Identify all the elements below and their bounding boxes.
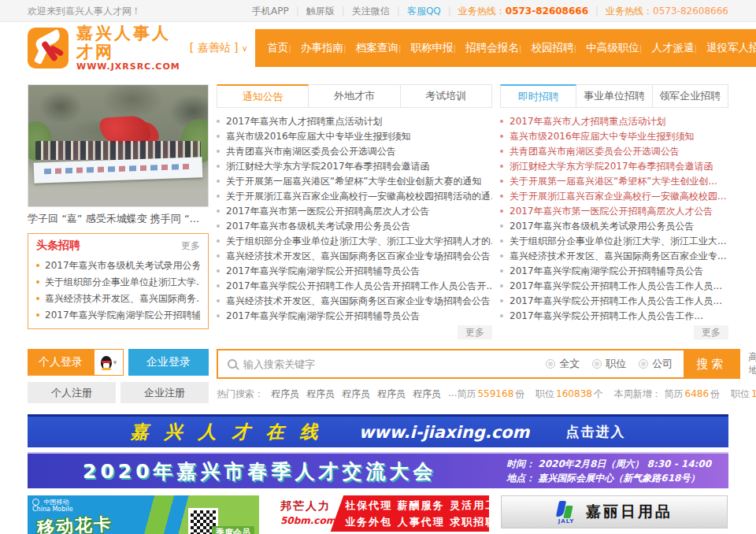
hot-term-link[interactable]: 程序员 (271, 388, 299, 401)
photo-caption[interactable]: 学子回 “嘉” 感受禾城蝶变 携手同 “... (28, 212, 209, 226)
job-fair-banner[interactable]: 2020年嘉兴市春季人才交流大会 时间： 2020年2月8日（周六） 8:30 … (28, 452, 728, 488)
tab-leading-recruit[interactable]: 领军企业招聘 (652, 84, 728, 108)
notice-more-link[interactable]: 更多 (458, 325, 492, 339)
nav-item[interactable]: 人才派遣 (639, 41, 695, 55)
recruit-item[interactable]: 关于开展第一届嘉兴港区“希望杯”大学生创业创... (500, 174, 728, 189)
nav-item[interactable]: 办事指南 (288, 41, 343, 55)
recruit-item[interactable]: 嘉兴经济技术开发区、嘉兴国际商务区百家企业专... (500, 249, 728, 264)
qq-login-button[interactable]: ▾ (94, 349, 124, 376)
tab-institution-recruit[interactable]: 事业单位招聘 (576, 84, 652, 108)
notice-item[interactable]: 2017年嘉兴学院南湖学院公开招聘辅导员公告 (217, 309, 492, 324)
recruit-item[interactable]: 2017年嘉兴市第一医院公开招聘高层次人才公告 (500, 204, 728, 219)
personal-register-button[interactable]: 个人注册 (28, 382, 116, 403)
nav-item[interactable]: 校园招聘 (519, 41, 574, 55)
bullet-icon (217, 165, 220, 168)
recruit-item[interactable]: 2017年嘉兴市各级机关考试录用公务员公告 (500, 219, 728, 234)
search-button[interactable]: 搜索 (684, 350, 739, 377)
recruit-item[interactable]: 2017年嘉兴学院公开招聘工作人员公告工作... (500, 309, 728, 324)
nav-item-label: 首页 (267, 41, 288, 55)
tab-other-city[interactable]: 外地才市 (308, 84, 400, 108)
site-logo[interactable] (28, 28, 69, 69)
china-mobile-ad[interactable]: 中国移动 China Mobile 移动花卡 季度会员 (28, 495, 259, 534)
recruit-item[interactable]: 2017年嘉兴学院南湖学院公开招聘辅导员公告 (500, 264, 728, 279)
notice-item[interactable]: 嘉兴经济技术开发区、嘉兴国际商务区百家企业专场招聘会公告 (217, 294, 492, 309)
headline-item[interactable]: 2017年嘉兴学院南湖学院公开招聘辅... (36, 307, 200, 324)
recruit-item[interactable]: 2017年嘉兴市人才招聘重点活动计划 (500, 114, 728, 129)
option-position[interactable]: 职位 (592, 357, 626, 371)
notice-item[interactable]: 2017年嘉兴市第一医院公开招聘高层次人才公告 (217, 204, 492, 219)
nav-item[interactable]: 退役军人招聘 (694, 41, 756, 55)
headline-item-label: 关于组织部分企事业单位赴浙江大学... (45, 276, 200, 287)
recruit-item[interactable]: 2017年嘉兴学院公开招聘工作人员公告工作人员... (500, 294, 728, 309)
notice-item[interactable]: 共青团嘉兴市南湖区委员会公开选调公告 (217, 144, 492, 159)
search-input[interactable] (243, 358, 535, 370)
link-wechat[interactable]: 关注微信 (352, 5, 390, 18)
nav-item[interactable]: 职称申报 (398, 41, 454, 55)
notice-item[interactable]: 2017年嘉兴学院南湖学院公开招聘辅导员公告 (217, 264, 492, 279)
stat-unit: 个 (594, 388, 603, 399)
notice-item-label: 浙江财经大学东方学院2017年春季招聘会邀请函 (226, 161, 430, 172)
headline-item[interactable]: 嘉兴经济技术开发区、嘉兴国际商务... (36, 291, 200, 307)
hot-term-label: 程序员 (413, 388, 441, 399)
link-touch-version[interactable]: 触屏版 (306, 5, 335, 18)
nav-item[interactable]: 招聘会报名 (454, 41, 519, 55)
recruit-item[interactable]: 共青团嘉兴市南湖区委员会公开选调公告 (500, 144, 728, 159)
link-qq-service[interactable]: 客服QQ (407, 5, 441, 18)
bangmang-name: 邦芒人力 (280, 499, 335, 514)
hot-term-link[interactable]: 程序员 (413, 388, 441, 401)
recruit-more-link[interactable]: 更多 (694, 325, 728, 339)
notice-item[interactable]: 关于开展浙江嘉兴百家企业高校行—安徽高校校园招聘活动的通... (217, 189, 492, 204)
nav-item[interactable]: 首页 (267, 41, 288, 55)
jiali-daily-goods-ad[interactable]: JALY 嘉丽日用品 (501, 495, 728, 528)
company-login-button[interactable]: 企业登录 (128, 349, 209, 376)
map-search-link[interactable]: 地图搜索 (748, 364, 756, 377)
bullet-icon (217, 120, 220, 123)
notice-item[interactable]: 关于组织部分企事业单位赴浙江大学、浙江工业大学招聘人才的... (217, 234, 492, 249)
advanced-search-link[interactable]: 高级搜索 (748, 350, 756, 364)
nav-item[interactable]: 中高级职位 (573, 41, 639, 55)
option-company[interactable]: 公司 (639, 357, 673, 371)
search-icon (228, 359, 237, 369)
bullet-icon (217, 314, 220, 317)
recruit-item[interactable]: 浙江财经大学东方学院2017年春季招聘会邀请函 (500, 159, 728, 174)
headline-more-link[interactable]: 更多 (181, 239, 200, 253)
notice-item[interactable]: 嘉兴市级2016年应届大中专毕业生报到须知 (217, 129, 492, 144)
personal-login-button[interactable]: 个人登录 (28, 349, 94, 376)
notice-item[interactable]: 2017年嘉兴市人才招聘重点活动计划 (217, 114, 492, 129)
notice-item[interactable]: 2017年嘉兴学院公开招聘工作人员公告开招聘工作人员公告开... (217, 279, 492, 294)
news-photo[interactable] (28, 84, 209, 207)
recruit-item[interactable]: 2017年嘉兴学院公开招聘工作人员公告工作人员... (500, 279, 728, 294)
notice-item[interactable]: 嘉兴经济技术开发区、嘉兴国际商务区百家企业专场招聘会公告 (217, 249, 492, 264)
station-selector[interactable]: [ 嘉善站 ] ∨ (190, 41, 248, 55)
notice-item-label: 嘉兴经济技术开发区、嘉兴国际商务区百家企业专场招聘会公告 (226, 295, 491, 306)
recruit-item[interactable]: 关于开展浙江嘉兴百家企业高校行—安徽高校校园... (500, 189, 728, 204)
notice-item[interactable]: 2017年嘉兴市各级机关考试录用公务员公告 (217, 219, 492, 234)
link-mobile-app[interactable]: 手机APP (252, 5, 289, 18)
bullet-icon (217, 180, 220, 183)
hot-term-link[interactable]: 程序员 (377, 388, 406, 401)
tab-notice[interactable]: 通知公告 (217, 84, 309, 108)
jiaxing-talent-online-banner[interactable]: 嘉 兴 人 才 在 线 www.i-jiaxing.com 点击进入 (28, 414, 728, 447)
tab-instant-recruit[interactable]: 即时招聘 (500, 84, 576, 108)
divider: | (296, 6, 299, 17)
notice-item[interactable]: 关于开展第一届嘉兴港区“希望杯”大学生创业创新大赛的通知 (217, 174, 492, 189)
hot-term-link[interactable]: 程序员 (342, 388, 370, 401)
recruit-item[interactable]: 关于组织部分企事业单位赴浙江大学、浙江工业大... (500, 234, 728, 249)
nav-item[interactable]: 档案查询 (343, 41, 398, 55)
tab-exam-training[interactable]: 考试培训 (400, 84, 492, 108)
company-register-button[interactable]: 企业注册 (120, 382, 209, 403)
headline-item[interactable]: 关于组织部分企事业单位赴浙江大学... (36, 274, 200, 291)
recruit-item[interactable]: 嘉兴市级2016年应届大中专毕业生报到须知 (500, 129, 728, 144)
bullet-icon (217, 254, 220, 258)
nav-item-label: 人才派遣 (651, 41, 694, 55)
headline-item[interactable]: 2017年嘉兴市各级机关考试录用公务... (36, 258, 200, 274)
option-full-text[interactable]: 全文 (546, 357, 580, 371)
jiali-logo-text: JALY (556, 518, 576, 525)
banner1-cta: 点击进入 (565, 423, 625, 441)
bangmang-hr-ad[interactable]: 邦芒人力 50bm.com 社保代理 薪酬服务 灵活用工 业务外包 人事代理 求… (271, 495, 489, 532)
hot-term-link[interactable]: 程序员 (306, 388, 335, 401)
nav-item-label: 校园招聘 (531, 41, 573, 55)
notice-item[interactable]: 浙江财经大学东方学院2017年春季招聘会邀请函 (217, 159, 492, 174)
stat-label: 简历 (457, 388, 476, 399)
headline-recruit-box: 头条招聘 更多 2017年嘉兴市各级机关考试录用公务...关于组织部分企事业单位… (28, 233, 209, 329)
